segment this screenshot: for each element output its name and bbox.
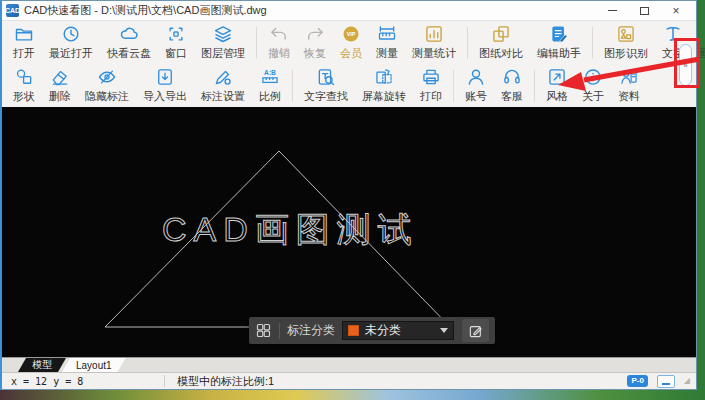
- toolbar-button-print[interactable]: 打印: [413, 66, 449, 106]
- toolbar-button-label: 图层管理: [201, 46, 245, 61]
- toolbar-button-style[interactable]: 风格: [539, 66, 575, 106]
- toolbar-button-window-select[interactable]: 窗口: [158, 23, 194, 63]
- resize-grip[interactable]: ◢: [684, 377, 690, 385]
- toolbar-button-materials[interactable]: 资料: [611, 66, 647, 106]
- redo-icon: [305, 24, 325, 44]
- toolbar-button-measure-stats[interactable]: 测量统计: [405, 23, 463, 63]
- status-bar-right: P-0 ◢: [627, 375, 696, 388]
- cursor-coordinates: x = 12 y = 8: [2, 376, 164, 387]
- page-badge[interactable]: P-0: [627, 375, 647, 387]
- toolbar-button-recent-clock[interactable]: 最近打开: [42, 23, 100, 63]
- toolbar-button-label: 形状: [13, 89, 35, 104]
- toolbar-separator: [292, 70, 293, 102]
- style-icon: [547, 67, 567, 87]
- toolbar: 打开最近打开快看云盘窗口图层管理撤销恢复会员测量测量统计图纸对比编辑助手图形识别…: [2, 21, 696, 107]
- shape-recognition-icon: [616, 24, 636, 44]
- toolbar-row-2: 形状删除隐藏标注导入导出标注设置比例文字查找屏幕旋转打印账号客服风格关于资料: [2, 64, 672, 107]
- toolbar-button-customer-service[interactable]: 客服: [494, 66, 530, 106]
- toolbar-button-label: 编辑助手: [537, 46, 581, 61]
- undo-icon: [269, 24, 289, 44]
- toolbar-button-label: 打开: [13, 46, 35, 61]
- window-select-icon: [166, 24, 186, 44]
- toolbar-button-label: 标注设置: [201, 89, 245, 104]
- toolbar-button-hide-annotations[interactable]: 隐藏标注: [78, 66, 136, 106]
- category-grid-icon[interactable]: [255, 322, 272, 339]
- toolbar-button-label: 测量统计: [412, 46, 456, 61]
- close-icon: ×: [672, 5, 679, 17]
- toolbar-button-shape-recognition[interactable]: 图形识别: [597, 23, 655, 63]
- customer-service-icon: [502, 67, 522, 87]
- tab-layout1[interactable]: Layout1: [62, 358, 126, 372]
- toolbar-button-cloud[interactable]: 快看云盘: [100, 23, 158, 63]
- layers-icon: [213, 24, 233, 44]
- screen-rotate-icon: [374, 67, 394, 87]
- toolbar-button-eraser[interactable]: 删除: [42, 66, 78, 106]
- toolbar-button-layers[interactable]: 图层管理: [194, 23, 252, 63]
- window-title: CAD快速看图 - D:\测试用\文档\CAD画图测试.dwg: [24, 3, 267, 18]
- chevron-down-icon: [440, 328, 448, 333]
- toolbar-button-measure[interactable]: 测量: [369, 23, 405, 63]
- toolbar-button-label: 隐藏标注: [85, 89, 129, 104]
- toolbar-button-scale-ratio[interactable]: 比例: [252, 66, 288, 106]
- toolbar-button-about[interactable]: 关于: [575, 66, 611, 106]
- annotation-settings-icon: [213, 67, 233, 87]
- about-icon: [583, 67, 603, 87]
- toolbar-button-screen-rotate[interactable]: 屏幕旋转: [355, 66, 413, 106]
- toolbar-button-redo[interactable]: 恢复: [297, 23, 333, 63]
- toolbar-button-label: 删除: [49, 89, 71, 104]
- import-export-icon: [155, 67, 175, 87]
- edit-category-button[interactable]: [462, 319, 489, 342]
- layout-tab-bar: 模型 Layout1: [2, 357, 696, 372]
- toolbar-button-label: 资料: [618, 89, 640, 104]
- separator: [279, 323, 280, 339]
- toolbar-separator: [453, 70, 454, 102]
- status-bar: x = 12 y = 8 模型中的标注比例:1 P-0 ◢: [2, 372, 696, 389]
- toolbar-button-label: 恢复: [304, 46, 326, 61]
- toolbar-separator: [467, 27, 468, 59]
- toolbar-button-vip[interactable]: 会员: [333, 23, 369, 63]
- toolbar-button-label: 图形识别: [604, 46, 648, 61]
- materials-icon: [619, 67, 639, 87]
- toolbar-button-label: 图纸对比: [479, 46, 523, 61]
- window-controls: ×: [596, 1, 692, 20]
- toolbar-button-annotation-settings[interactable]: 标注设置: [194, 66, 252, 106]
- category-dropdown[interactable]: 未分类: [342, 321, 454, 340]
- tab-model[interactable]: 模型: [18, 358, 66, 372]
- measure-icon: [377, 24, 397, 44]
- toolbar-button-account[interactable]: 账号: [458, 66, 494, 106]
- toolbar-button-label: 文字查找: [304, 89, 348, 104]
- eraser-icon: [50, 67, 70, 87]
- app-icon: CAD: [6, 4, 19, 17]
- measure-stats-icon: [424, 24, 444, 44]
- text-search-icon: [316, 67, 336, 87]
- category-color-swatch: [348, 325, 359, 336]
- folder-open-icon: [14, 24, 34, 44]
- account-icon: [466, 67, 486, 87]
- toolbar-button-shapes[interactable]: 形状: [6, 66, 42, 106]
- toolbar-button-label: 客服: [501, 89, 523, 104]
- close-button[interactable]: ×: [660, 1, 692, 20]
- toolbar-button-compare[interactable]: 图纸对比: [472, 23, 530, 63]
- edit-pencil-icon: [468, 323, 484, 339]
- toolbar-button-undo[interactable]: 撤销: [261, 23, 297, 63]
- panel-minimize-button[interactable]: [657, 375, 675, 388]
- toolbar-button-label: 测量: [376, 46, 398, 61]
- toolbar-button-text-search[interactable]: 文字查找: [297, 66, 355, 106]
- drawing-canvas[interactable]: CAD画图测试 标注分类 未分类: [2, 107, 696, 357]
- maximize-button[interactable]: [628, 1, 660, 20]
- toolbar-button-label: 比例: [259, 89, 281, 104]
- toolbar-button-label: 风格: [546, 89, 568, 104]
- toolbar-button-label: 快看云盘: [107, 46, 151, 61]
- toolbar-button-label: 窗口: [165, 46, 187, 61]
- compare-icon: [491, 24, 511, 44]
- toolbar-button-edit-assistant[interactable]: 编辑助手: [530, 23, 588, 63]
- toolbar-button-label: 账号: [465, 89, 487, 104]
- toolbar-button-import-export[interactable]: 导入导出: [136, 66, 194, 106]
- toolbar-separator: [534, 70, 535, 102]
- toolbar-button-label: 屏幕旋转: [362, 89, 406, 104]
- minimize-button[interactable]: [596, 1, 628, 20]
- cad-drawing-text: CAD画图测试: [162, 207, 419, 253]
- annotation-category-bar: 标注分类 未分类: [249, 317, 495, 344]
- toolbar-button-folder-open[interactable]: 打开: [6, 23, 42, 63]
- toolbar-separator: [256, 27, 257, 59]
